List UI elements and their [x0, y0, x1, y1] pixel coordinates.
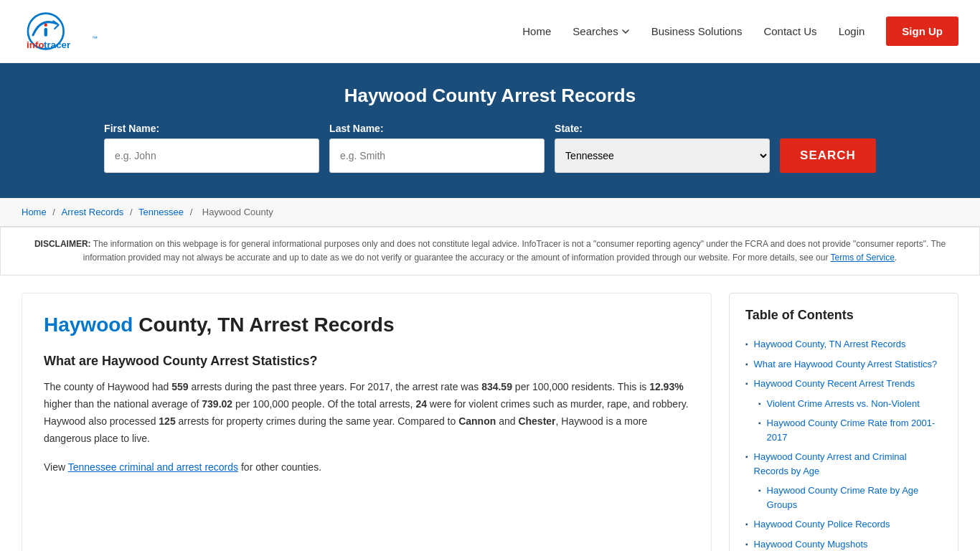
logo[interactable]: info tracer ™: [22, 10, 136, 53]
toc-link[interactable]: Haywood County Police Records: [754, 517, 890, 532]
article-title: Haywood County, TN Arrest Records: [44, 314, 689, 336]
disclaimer-period: .: [895, 253, 897, 263]
search-form: First Name: Last Name: State: Alabama Al…: [14, 123, 966, 173]
last-name-label: Last Name:: [329, 123, 383, 134]
svg-point-1: [44, 23, 47, 26]
toc-link[interactable]: Haywood County Crime Rate from 2001-2017: [767, 416, 942, 444]
svg-text:info: info: [27, 39, 44, 50]
signup-button[interactable]: Sign Up: [886, 17, 958, 46]
toc-list: ▪Haywood County, TN Arrest Records▪What …: [745, 334, 942, 551]
toc-list-item: ▪Haywood County Mugshots: [745, 534, 942, 551]
svg-text:™: ™: [92, 35, 98, 42]
toc-list-item: ▪Haywood County, TN Arrest Records: [745, 334, 942, 354]
disclaimer-section: DISCLAIMER: The information on this webp…: [0, 227, 980, 276]
first-name-input[interactable]: [104, 138, 319, 173]
violent-count: 24: [415, 398, 427, 410]
nav-home[interactable]: Home: [522, 25, 551, 37]
nav-business-solutions[interactable]: Business Solutions: [651, 25, 743, 37]
svg-rect-2: [44, 28, 47, 37]
toc-bullet-icon: ▪: [745, 453, 748, 461]
breadcrumb-home[interactable]: Home: [22, 207, 47, 217]
toc-list-item: ▪Haywood County Recent Arrest Trends: [745, 374, 942, 394]
toc-bullet-icon: ▪: [758, 400, 761, 408]
state-label: State:: [555, 123, 583, 134]
toc-list-item: ▪Haywood County Arrest and Criminal Reco…: [745, 447, 942, 481]
logo-svg: info tracer ™: [22, 10, 136, 53]
toc-link[interactable]: Haywood County Mugshots: [754, 537, 868, 551]
terms-of-service-link[interactable]: Terms of Service: [831, 253, 895, 263]
property-count: 125: [159, 415, 175, 427]
table-of-contents-sidebar: Table of Contents ▪Haywood County, TN Ar…: [729, 293, 958, 551]
nav-login[interactable]: Login: [839, 25, 865, 37]
arrest-rate: 834.59: [481, 381, 512, 392]
main-nav: Home Searches Business Solutions Contact…: [522, 17, 958, 46]
article-section: Haywood County, TN Arrest Records What a…: [22, 293, 712, 551]
state-select[interactable]: Alabama Alaska Arizona Arkansas Californ…: [555, 138, 770, 173]
arrests-count: 559: [171, 381, 188, 392]
toc-bullet-icon: ▪: [745, 360, 748, 368]
breadcrumb: Home / Arrest Records / Tennessee / Hayw…: [0, 198, 980, 227]
disclaimer-text: The information on this webpage is for g…: [83, 239, 946, 263]
national-avg: 739.02: [202, 398, 232, 410]
breadcrumb-separator-3: /: [190, 207, 195, 217]
nav-searches[interactable]: Searches: [573, 25, 629, 37]
higher-pct: 12.93%: [649, 381, 683, 392]
breadcrumb-separator-1: /: [52, 207, 57, 217]
state-group: State: Alabama Alaska Arizona Arkansas C…: [555, 123, 770, 173]
breadcrumb-separator-2: /: [130, 207, 135, 217]
toc-bullet-icon: ▪: [745, 340, 748, 348]
toc-list-item: ▪Haywood County Police Records: [745, 514, 942, 534]
county2: Chester: [518, 415, 555, 427]
toc-link[interactable]: Haywood County Recent Arrest Trends: [754, 377, 915, 391]
hero-section: Haywood County Arrest Records First Name…: [0, 63, 980, 198]
toc-bullet-icon: ▪: [745, 540, 748, 548]
toc-list-item: ▪Violent Crime Arrests vs. Non-Violent: [745, 394, 942, 414]
breadcrumb-tennessee[interactable]: Tennessee: [138, 207, 184, 217]
county1: Cannon: [458, 415, 496, 427]
toc-link[interactable]: Haywood County Arrest and Criminal Recor…: [754, 450, 942, 478]
breadcrumb-arrest-records[interactable]: Arrest Records: [62, 207, 124, 217]
article-title-highlight: Haywood: [44, 314, 133, 336]
last-name-input[interactable]: [329, 138, 545, 173]
nav-contact-us[interactable]: Contact Us: [763, 25, 816, 37]
disclaimer-label: DISCLAIMER:: [34, 239, 91, 249]
chevron-down-icon: [621, 27, 630, 36]
hero-title: Haywood County Arrest Records: [14, 85, 966, 107]
toc-list-item: ▪Haywood County Crime Rate by Age Groups: [745, 481, 942, 514]
first-name-group: First Name:: [104, 123, 319, 173]
toc-bullet-icon: ▪: [745, 380, 748, 387]
toc-title: Table of Contents: [745, 308, 942, 323]
search-button[interactable]: SEARCH: [780, 138, 876, 173]
main-content: Haywood County, TN Arrest Records What a…: [0, 276, 980, 551]
toc-bullet-icon: ▪: [745, 520, 748, 528]
toc-container: Table of Contents ▪Haywood County, TN Ar…: [729, 293, 958, 551]
section1-heading: What are Haywood County Arrest Statistic…: [44, 354, 689, 369]
article-paragraph2: View Tennessee criminal and arrest recor…: [44, 459, 689, 476]
breadcrumb-haywood-county: Haywood County: [202, 207, 273, 217]
svg-text:tracer: tracer: [44, 39, 70, 50]
article-paragraph1: The county of Haywood had 559 arrests du…: [44, 379, 689, 447]
toc-list-item: ▪Haywood County Crime Rate from 2001-201…: [745, 413, 942, 447]
toc-link[interactable]: Violent Crime Arrests vs. Non-Violent: [767, 397, 920, 411]
first-name-label: First Name:: [104, 123, 159, 134]
toc-list-item: ▪What are Haywood County Arrest Statisti…: [745, 354, 942, 375]
site-header: info tracer ™ Home Searches Business Sol…: [0, 0, 980, 63]
toc-bullet-icon: ▪: [758, 486, 761, 494]
toc-link[interactable]: What are Haywood County Arrest Statistic…: [754, 357, 938, 372]
toc-bullet-icon: ▪: [758, 419, 761, 427]
last-name-group: Last Name:: [329, 123, 545, 173]
tn-records-link[interactable]: Tennessee criminal and arrest records: [68, 461, 238, 473]
article-title-rest: County, TN Arrest Records: [133, 314, 394, 336]
toc-link[interactable]: Haywood County Crime Rate by Age Groups: [767, 484, 942, 512]
toc-link[interactable]: Haywood County, TN Arrest Records: [754, 337, 906, 352]
